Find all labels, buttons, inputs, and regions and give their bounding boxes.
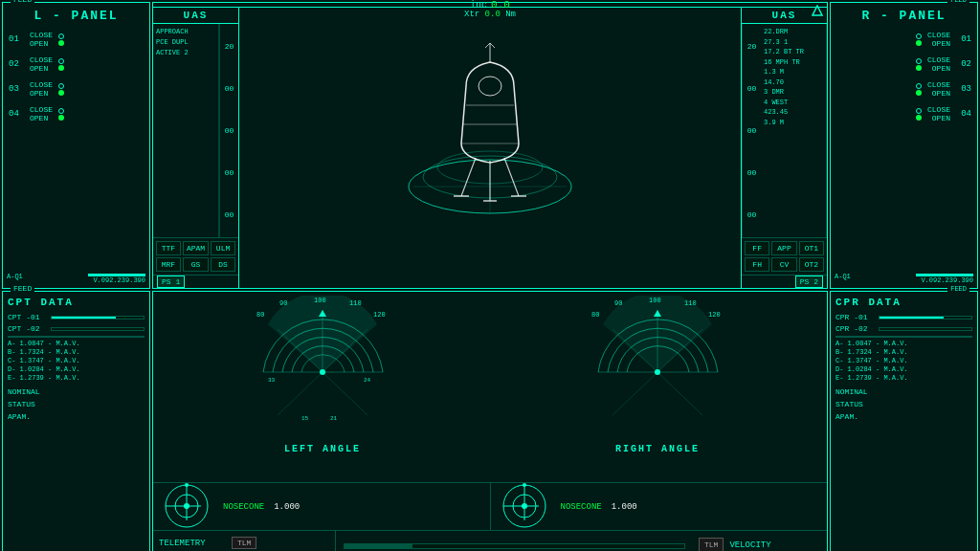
left-panel-title: L - PANEL <box>9 9 144 23</box>
channel-04-row: 04 CLOSE OPEN <box>9 105 144 122</box>
velocity-section: TLM VELOCITY FGH ANGLE <box>693 531 827 551</box>
xtr-label: Xtr <box>464 10 479 19</box>
left-angle-title: LEFT ANGLE <box>284 444 361 454</box>
right-panel-title: R - PANEL <box>836 9 971 23</box>
uas-right-labels: 22.DRM 27.3 1 17.2 BT TR 16 MPH TR 1.3 M… <box>761 24 827 237</box>
right-angle-section: 80 90 100 110 120 <box>492 296 823 478</box>
ot1-button[interactable]: OT1 <box>799 241 824 255</box>
r-dot-open-03 <box>916 90 922 96</box>
left-radar-svg: 80 90 100 110 120 <box>249 296 397 444</box>
svg-point-7 <box>479 77 501 96</box>
r-channel-04-row: CLOSE OPEN 04 <box>836 105 971 122</box>
left-panel: FEED L - PANEL 01 CLOSE OPEN 02 CLOSE OP… <box>2 2 150 289</box>
mrf-button[interactable]: MRF <box>156 257 181 272</box>
cpt-e-row: E- 1.2739 - M.A.V. <box>8 374 145 382</box>
channel-04-num: 04 <box>9 109 26 119</box>
uas-left-gauge: 20 00 00 00 00 <box>219 24 238 237</box>
right-btn-grid: FF APP OT1 FH CV OT2 <box>742 238 827 275</box>
right-panel-feed: FEED <box>947 0 969 4</box>
svg-text:21: 21 <box>330 415 338 422</box>
telemetry-section: TELEMETRY TLM FLIGHT FGH <box>153 531 336 551</box>
cpt-b-row: B- 1.7324 - M.A.V. <box>8 348 145 356</box>
crosshair-right-svg <box>499 480 551 533</box>
svg-line-9 <box>504 158 519 196</box>
cpt-02-row: CPT -02 <box>8 324 145 333</box>
dot-open-03 <box>58 90 64 96</box>
left-panel-version: V.092.239.390 <box>93 276 145 284</box>
right-radar-svg: 80 90 100 110 120 <box>584 296 732 444</box>
svg-text:120: 120 <box>708 311 721 319</box>
fh-button[interactable]: FH <box>745 257 769 272</box>
uas-right-gauge: 20 00 00 00 00 <box>742 24 761 237</box>
channel-01-num: 01 <box>9 34 26 44</box>
cpr-c-row: C- 1.3747 - M.A.V. <box>835 357 972 364</box>
velocity-label: VELOCITY <box>729 540 770 550</box>
cpt-feed: FEED <box>11 284 34 293</box>
svg-point-43 <box>655 369 660 375</box>
spacecraft-svg <box>394 38 586 258</box>
svg-text:80: 80 <box>256 311 264 319</box>
right-angle-title: RIGHT ANGLE <box>615 444 700 454</box>
dot-open-02 <box>58 65 64 71</box>
r-dot-open-02 <box>916 65 922 71</box>
app-button[interactable]: APP <box>771 241 796 255</box>
cpr-01-row: CPR -01 <box>835 313 972 321</box>
telemetry-label: TELEMETRY <box>159 539 226 548</box>
cpr-title: CPR DATA <box>835 297 972 308</box>
spacecraft-display: Xtr 0.0 Nm <box>239 8 741 288</box>
cpt-a-row: A- 1.0847 - M.A.V. <box>8 340 145 347</box>
dot-close-04 <box>58 108 64 114</box>
ff-button[interactable]: FF <box>745 241 769 255</box>
xtr-value: 0.0 <box>485 10 501 19</box>
r-channel-01-row: CLOSE OPEN 01 <box>836 31 971 48</box>
tlm-button[interactable]: TLM <box>232 537 256 549</box>
ot2-button[interactable]: OT2 <box>799 257 824 272</box>
svg-text:33: 33 <box>268 377 276 384</box>
nosecone-left-val: 1.000 <box>274 502 300 512</box>
ds-button[interactable]: DS <box>211 257 235 272</box>
nosecone-left-label: NOSECONE <box>223 502 264 512</box>
svg-line-15 <box>485 43 490 48</box>
ps2-badge: PS 2 <box>742 275 827 288</box>
cpr-02-row: CPR -02 <box>835 324 972 333</box>
svg-text:120: 120 <box>373 311 386 319</box>
ps1-badge: PS 1 <box>153 275 238 288</box>
left-panel-feed: FEED <box>11 0 34 4</box>
center-bottom-panel: 80 90 100 110 120 <box>152 291 828 551</box>
channel-01-open: OPEN <box>30 39 53 48</box>
svg-marker-0 <box>813 6 822 15</box>
right-panel-version: V.092.239.390 <box>921 276 973 284</box>
r-dot-close-02 <box>916 58 922 64</box>
channel-02-num: 02 <box>9 59 26 69</box>
ttf-button[interactable]: TTF <box>156 241 181 255</box>
cpr-e-row: E- 1.2739 - M.A.V. <box>835 374 972 382</box>
dot-close-03 <box>58 83 64 89</box>
r-dot-close-01 <box>916 33 922 39</box>
ulm-button[interactable]: ULM <box>211 241 235 255</box>
cpr-nominal: NOMINAL STATUS APAM. <box>835 386 972 423</box>
channel-03-row: 03 CLOSE OPEN <box>9 80 144 98</box>
nosecone-right-label: NOSECONE <box>561 502 602 512</box>
center-top-panel: inc 0.0 UAS APPROACH PCE DUPL ACTIVE 2 <box>152 2 828 289</box>
dot-close-01 <box>58 33 64 39</box>
dot-open-01 <box>58 40 64 46</box>
cv-button[interactable]: CV <box>771 257 796 272</box>
velocity-tlm-button[interactable]: TLM <box>699 538 724 551</box>
r-channel-03-row: CLOSE OPEN 03 <box>836 80 971 98</box>
r-dot-close-04 <box>916 108 922 114</box>
svg-point-32 <box>320 369 325 375</box>
svg-text:15: 15 <box>301 415 309 422</box>
apam-button[interactable]: APAM <box>183 241 209 255</box>
velocity-row: TLM VELOCITY <box>699 538 821 551</box>
left-btn-grid: TTF APAM ULM MRF GS DS <box>153 238 238 275</box>
gs-button[interactable]: GS <box>183 257 209 272</box>
svg-text:80: 80 <box>591 311 599 319</box>
r-dot-open-01 <box>916 40 922 46</box>
nosecone-left-section: NOSECONE 1.000 <box>153 483 491 530</box>
cpr-b-row: B- 1.7324 - M.A.V. <box>835 348 972 356</box>
crosshair-left-svg <box>161 480 213 533</box>
svg-point-56 <box>523 483 526 487</box>
svg-text:24: 24 <box>364 377 371 384</box>
channel-03-num: 03 <box>9 84 26 94</box>
cpt-d-row: D- 1.0284 - M.A.V. <box>8 365 145 373</box>
